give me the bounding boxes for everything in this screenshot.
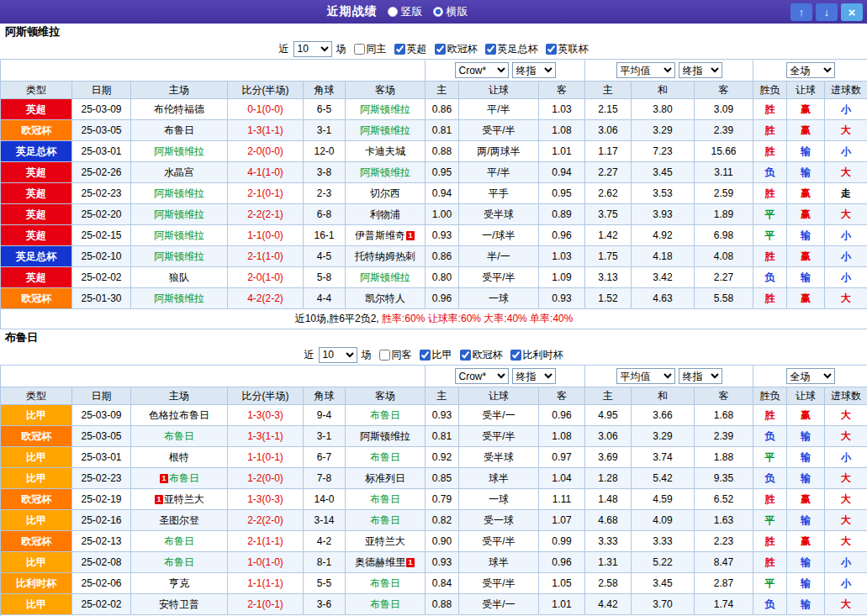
filter-checkbox[interactable] — [394, 44, 405, 55]
home-team-name: 阿斯顿维拉 — [154, 292, 204, 304]
final-odds-select[interactable]: 终指 — [512, 62, 556, 78]
filter-checkbox[interactable] — [379, 350, 390, 361]
handicap-line-cell: 平手 — [459, 183, 539, 204]
filter-option[interactable]: 英超 — [394, 42, 427, 56]
home-odds-cell: 0.86 — [426, 246, 459, 267]
filter-option-label: 欧冠杯 — [473, 348, 503, 362]
filter-checkbox[interactable] — [435, 44, 446, 55]
away-team-cell: 标准列日 — [346, 468, 426, 489]
layout-option-vertical[interactable]: 竖版 — [388, 4, 423, 19]
home-team-cell: 阿斯顿维拉 — [131, 204, 228, 225]
corners-cell: 7-8 — [304, 468, 346, 489]
average-select[interactable]: 平均值 — [616, 368, 675, 384]
move-down-button[interactable]: ↓ — [816, 3, 838, 21]
move-up-button[interactable]: ↑ — [790, 3, 812, 21]
close-button[interactable]: × — [841, 3, 863, 21]
column-header: 客 — [695, 387, 753, 405]
avg-draw-cell: 3.29 — [632, 120, 695, 141]
filter-option[interactable]: 比利时杯 — [510, 348, 563, 362]
avg-home-cell: 4.42 — [585, 594, 632, 615]
recent-count-select[interactable]: 10 — [319, 347, 357, 363]
match-filter-row: 近10场同客比甲欧冠杯比利时杯 — [0, 345, 867, 365]
result-cell: 胜 — [753, 141, 787, 162]
avg-draw-cell: 5.42 — [632, 468, 695, 489]
avg-away-cell: 2.27 — [695, 267, 753, 288]
home-odds-cell: 0.81 — [426, 426, 459, 447]
corners-cell: 3-1 — [304, 120, 346, 141]
filter-option[interactable]: 欧冠杯 — [435, 42, 478, 56]
away-team-name: 标准列日 — [365, 472, 405, 484]
bookmaker-select[interactable]: Crow* — [455, 62, 509, 78]
column-header: 主场 — [131, 387, 228, 405]
date-cell: 25-03-09 — [72, 405, 131, 426]
result-cell: 平 — [753, 573, 787, 594]
column-header: 主 — [426, 387, 459, 405]
filter-option[interactable]: 英足总杯 — [485, 42, 538, 56]
vertical-layout-radio[interactable] — [388, 7, 398, 17]
score-cell: 1-3(0-3) — [228, 405, 304, 426]
home-odds-cell: 0.96 — [426, 288, 459, 309]
home-team-name: 狼队 — [169, 271, 189, 283]
handicap-line-cell: 一球 — [459, 288, 539, 309]
home-team-cell: 阿斯顿维拉 — [131, 183, 228, 204]
column-header: 比分(半场) — [228, 82, 304, 99]
away-team-name: 阿斯顿维拉 — [360, 271, 410, 283]
final-odds-select[interactable]: 终指 — [512, 368, 556, 384]
red-card-badge: 1 — [406, 231, 415, 240]
result-cell: 胜 — [753, 552, 787, 573]
match-row: 英超25-03-09布伦特福德0-1(0-0)6-5阿斯顿维拉0.86平/半1.… — [1, 99, 867, 120]
filter-option[interactable]: 同客 — [379, 348, 412, 362]
avg-home-cell: 1.28 — [585, 468, 632, 489]
filter-checkbox[interactable] — [485, 44, 496, 55]
away-team-name: 利物浦 — [370, 208, 400, 220]
sections-container: 阿斯顿维拉近10场同主英超欧冠杯英足总杯英联杯Crow*终指平均值终指全场类型日… — [0, 24, 867, 616]
filter-checkbox[interactable] — [510, 350, 521, 361]
handicap-line-cell: 受半球 — [459, 447, 539, 468]
filter-option[interactable]: 同主 — [354, 42, 387, 56]
avg-home-cell: 1.42 — [585, 225, 632, 246]
full-match-select[interactable]: 全场 — [786, 62, 835, 78]
average-select[interactable]: 平均值 — [616, 62, 675, 78]
horizontal-layout-radio[interactable] — [433, 7, 443, 17]
score-cell: 1-1(0-1) — [228, 447, 304, 468]
column-header: 进球数 — [825, 82, 867, 99]
average-final-odds-select[interactable]: 终指 — [679, 368, 722, 384]
avg-away-cell: 6.52 — [695, 489, 753, 510]
handicap-result-cell: 赢 — [787, 120, 825, 141]
filter-checkbox[interactable] — [546, 44, 557, 55]
column-header: 主 — [426, 82, 459, 99]
filter-option[interactable]: 英联杯 — [546, 42, 589, 56]
full-match-select[interactable]: 全场 — [786, 368, 835, 384]
avg-draw-cell: 4.18 — [632, 246, 695, 267]
away-odds-cell: 0.89 — [539, 204, 585, 225]
avg-draw-cell: 3.45 — [632, 573, 695, 594]
result-cell: 平 — [753, 225, 787, 246]
bookmaker-select[interactable]: Crow* — [455, 368, 509, 384]
filter-checkbox[interactable] — [460, 350, 471, 361]
away-odds-cell: 1.09 — [539, 267, 585, 288]
filter-option-label: 比利时杯 — [523, 348, 563, 362]
filter-option[interactable]: 欧冠杯 — [460, 348, 503, 362]
match-row: 欧冠杯25-03-05布鲁日1-3(1-1)3-1阿斯顿维拉0.81受平/半1.… — [1, 120, 867, 141]
recent-label: 近 — [279, 42, 289, 56]
avg-away-cell: 3.09 — [695, 99, 753, 120]
goals-result-cell: 小 — [825, 225, 867, 246]
home-team-cell: 圣图尔登 — [131, 510, 228, 531]
layout-option-horizontal[interactable]: 横版 — [433, 4, 468, 19]
filter-option[interactable]: 比甲 — [420, 348, 452, 362]
filter-checkbox[interactable] — [420, 350, 431, 361]
column-header: 让球 — [787, 82, 825, 99]
red-card-badge: 1 — [406, 558, 415, 567]
results-table: Crow*终指平均值终指全场类型日期主场比分(半场)角球客场主让球客主和客胜负让… — [0, 365, 867, 616]
away-odds-cell: 0.93 — [539, 288, 585, 309]
corners-cell: 4-5 — [304, 246, 346, 267]
away-team-name: 阿斯顿维拉 — [360, 166, 410, 178]
score-cell: 4-2(2-2) — [228, 288, 304, 309]
goals-result-cell: 小 — [825, 99, 867, 120]
recent-count-select[interactable]: 10 — [293, 41, 332, 57]
goals-result-cell: 大 — [825, 489, 867, 510]
corners-cell: 16-1 — [304, 225, 346, 246]
score-cell: 1-1(0-0) — [228, 225, 304, 246]
filter-checkbox[interactable] — [354, 44, 365, 55]
average-final-odds-select[interactable]: 终指 — [679, 62, 722, 78]
